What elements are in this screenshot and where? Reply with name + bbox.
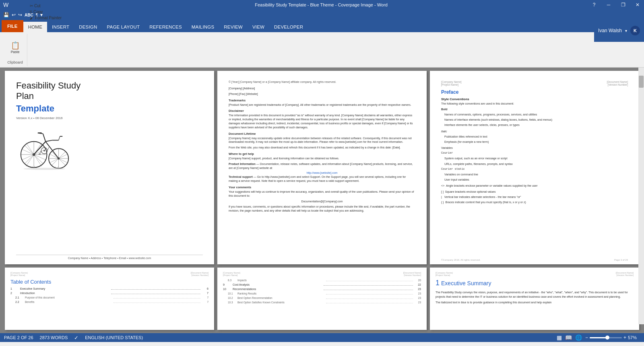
- tab-design[interactable]: DESIGN: [74, 22, 102, 32]
- page-info: PAGE 2 OF 26: [4, 335, 33, 340]
- title-bar-title: Feasibility Study Template - Blue Theme …: [52, 2, 591, 7]
- comments-heading: Your comments: [229, 185, 415, 189]
- style-vertical-bar: | Vertical bar indicates alternate selec…: [441, 195, 628, 199]
- svg-line-30: [39, 150, 41, 154]
- style-braces: { } Braces indicate content that you mus…: [441, 200, 628, 204]
- disclaimer-text: The information provided in this documen…: [229, 113, 415, 129]
- zoom-in-button[interactable]: +: [623, 335, 626, 340]
- user-name: Ivan Walsh: [598, 28, 622, 33]
- style-italic-desc1: Publication titles referenced in text: [441, 134, 628, 139]
- scrollbar-right[interactable]: [638, 68, 644, 324]
- print-layout-button[interactable]: ▦: [557, 334, 562, 341]
- cut-button[interactable]: ✂Cut: [28, 3, 63, 8]
- redo-button[interactable]: ↪: [18, 12, 22, 18]
- user-area: Ivan Walsh ▾ K: [594, 19, 644, 42]
- comments-text2: If you have issues, comments, or questio…: [229, 205, 415, 213]
- comments-text1: Your suggestions will help us continue t…: [229, 190, 415, 198]
- read-mode-button[interactable]: 📖: [565, 334, 572, 341]
- clipboard-label: Clipboard: [7, 60, 23, 64]
- exec-text: The Feasibility Study conveys the vision…: [436, 290, 634, 299]
- trademarks-text: [Product Name] are registered trademarks…: [229, 103, 415, 107]
- tab-insert[interactable]: INSERT: [47, 22, 74, 32]
- paste-button[interactable]: 📋 Paste: [9, 41, 21, 55]
- status-right: ▦ 📖 🌐 − + 57%: [557, 334, 640, 341]
- tab-developer[interactable]: DEVELOPER: [269, 22, 308, 32]
- page4-header: [Company Name][Project Name] [Document N…: [10, 272, 208, 276]
- style-conventions-heading: Style Conventions: [441, 97, 628, 101]
- exec-summary-heading: 1 Executive Summary: [436, 279, 634, 289]
- style-intro: The following style conventions are used…: [441, 102, 628, 106]
- toc-item-10-1: 10.1 Ranking Results 23: [223, 292, 421, 296]
- toc-item-8-3: 8.3 Impacts 20: [223, 279, 421, 282]
- scrollbar-thumb[interactable]: [639, 76, 644, 88]
- page3-header: [Company Name] [Project Name] [Document …: [441, 80, 628, 86]
- cover-version: Version X.x • 06 December 2016: [16, 116, 203, 120]
- format-painter-button[interactable]: 🖌Format Painter: [28, 15, 63, 21]
- lifetime-text1: [Company Name] may occasionally update o…: [229, 136, 415, 144]
- status-left: PAGE 2 OF 26 2873 WORDS ✓ ENGLISH (UNITE…: [4, 335, 143, 341]
- style-italic-desc2: Emphasis (for example a new term): [441, 140, 628, 144]
- exec-number: 1: [436, 279, 440, 287]
- cut-icon: ✂: [30, 4, 33, 8]
- word-icon: W: [3, 2, 8, 8]
- ribbon-tabs: FILE HOME INSERT DESIGN PAGE LAYOUT REFE…: [0, 20, 644, 32]
- close-button[interactable]: ✕: [634, 2, 641, 8]
- help-button[interactable]: ?: [591, 2, 597, 8]
- toc-item-10-3: 10.3 Best Option Satisfies Known Constra…: [223, 301, 421, 305]
- style-angle-brackets: <> Angle brackets enclose parameter or v…: [441, 183, 628, 188]
- page3-copyright: ©Company 2016. All rights reserved.: [441, 259, 481, 261]
- save-button[interactable]: 💾: [3, 12, 9, 18]
- paste-icon: 📋: [11, 42, 20, 49]
- lifetime-text2: From the Web site, you may also download…: [229, 146, 415, 150]
- tab-home[interactable]: HOME: [23, 22, 47, 32]
- copy-button[interactable]: ⎘Copy: [28, 9, 63, 14]
- web-layout-button[interactable]: 🌐: [575, 334, 582, 341]
- svg-point-33: [23, 168, 65, 170]
- page-2-copyright: © [Year] [Company Name] or a [Company Na…: [217, 71, 427, 264]
- restore-button[interactable]: ❐: [620, 2, 626, 8]
- quick-access-toolbar: 💾 ↩ ↪ ABC ¶ ▾: [0, 10, 644, 20]
- lifetime-heading: Document Lifetime: [229, 132, 415, 136]
- style-user-input: User input variables: [441, 177, 628, 182]
- svg-line-21: [43, 134, 45, 141]
- spell-check-icon: ✓: [74, 335, 78, 341]
- zoom-out-button[interactable]: −: [585, 335, 588, 340]
- style-bold-label: Bold: [441, 107, 628, 111]
- page-3-preface: [Company Name] [Project Name] [Document …: [430, 71, 639, 264]
- svg-line-38: [57, 166, 58, 168]
- help-heading: Where to get help: [229, 152, 415, 156]
- tab-review[interactable]: REVIEW: [219, 22, 248, 32]
- tab-view[interactable]: VIEW: [248, 22, 269, 32]
- ribbon-content: 📋 Paste ✂Cut ⎘Copy 🖌Format Painter Clipb…: [0, 32, 644, 68]
- zoom-level: 57%: [628, 335, 640, 340]
- pages-row-top: Feasibility Study Plan Template Version …: [0, 71, 644, 264]
- status-bar: PAGE 2 OF 26 2873 WORDS ✓ ENGLISH (UNITE…: [0, 333, 644, 342]
- tab-mailings[interactable]: MAILINGS: [187, 22, 219, 32]
- pages-row-bottom: [Company Name][Project Name] [Document N…: [0, 268, 644, 330]
- toc-item-2: 2 Introduction 7: [10, 292, 208, 295]
- cover-title-main: Feasibility Study Plan: [16, 80, 203, 102]
- undo-button[interactable]: ↩: [12, 12, 16, 18]
- page3-pagenum: Page 3 of 26: [614, 259, 628, 261]
- exec-text-2: The italicized text in blue is to provid…: [436, 301, 634, 305]
- svg-line-22: [45, 140, 52, 141]
- style-courier-static-label: Courier static: [441, 167, 628, 171]
- toc-title: Table of Contents: [10, 279, 208, 285]
- document-area: Feasibility Study Plan Template Version …: [0, 68, 644, 333]
- page-5-toc-cont: [Company Name][Project Name] [Document N…: [217, 268, 427, 330]
- tab-references[interactable]: REFERENCES: [144, 22, 187, 32]
- svg-point-29: [43, 150, 45, 151]
- page6-header: [Company Name][Project Name] [Document N…: [436, 272, 634, 276]
- zoom-slider-thumb[interactable]: [605, 336, 609, 340]
- minimize-button[interactable]: ─: [605, 2, 612, 8]
- tab-page-layout[interactable]: PAGE LAYOUT: [102, 22, 145, 32]
- style-courier-label: Courier: [441, 151, 628, 155]
- zoom-slider-track[interactable]: [590, 337, 622, 338]
- help-text: [Company Name] support, product, and lic…: [229, 157, 415, 161]
- tab-file[interactable]: FILE: [2, 20, 23, 32]
- format-painter-icon: 🖌: [30, 16, 34, 20]
- copy-icon: ⎘: [30, 10, 32, 14]
- product-link[interactable]: http://www.[website].com: [229, 171, 415, 174]
- style-square-brackets: [ ] Square brackets enclose optional val…: [441, 189, 628, 194]
- page-1-cover: Feasibility Study Plan Template Version …: [5, 71, 214, 264]
